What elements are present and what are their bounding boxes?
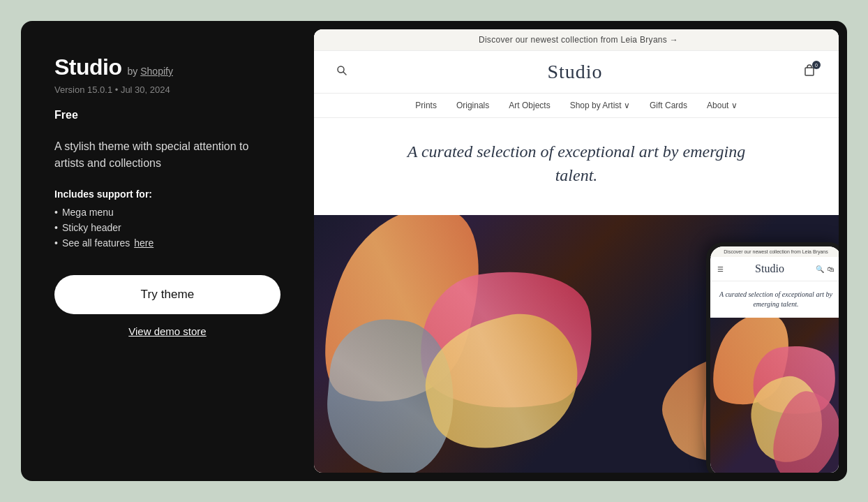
nav-item-about[interactable]: About ∨ bbox=[707, 101, 738, 110]
theme-description: A stylish theme with special attention t… bbox=[54, 138, 280, 172]
includes-support-label: Includes support for: bbox=[54, 189, 280, 200]
theme-title-row: Studio by Shopify bbox=[54, 54, 280, 80]
mobile-search-icon[interactable]: 🔍 bbox=[816, 265, 824, 273]
shopify-link[interactable]: Shopify bbox=[140, 66, 173, 77]
svg-line-1 bbox=[343, 72, 346, 75]
mobile-header-icons: 🔍 🛍 bbox=[816, 265, 835, 273]
try-theme-button[interactable]: Try theme bbox=[54, 275, 280, 314]
mobile-preview-inner: Discover our newest collection from Leia… bbox=[710, 246, 839, 473]
cart-icon[interactable]: 0 bbox=[802, 64, 816, 80]
nav-item-art-objects[interactable]: Art Objects bbox=[509, 101, 550, 110]
store-nav: Prints Originals Art Objects Shop by Art… bbox=[314, 94, 839, 118]
version-info: Version 15.0.1 • Jul 30, 2024 bbox=[54, 84, 280, 95]
price-tag: Free bbox=[54, 109, 280, 121]
preview-image-area: Discover our newest collection from Leia… bbox=[314, 215, 839, 473]
view-demo-store-button[interactable]: View demo store bbox=[54, 325, 280, 337]
feature-item-see-all: See all features here bbox=[54, 237, 280, 249]
svg-rect-2 bbox=[805, 68, 814, 75]
mobile-preview-image bbox=[710, 318, 839, 473]
mobile-hero-text: A curated selection of exceptional art b… bbox=[717, 290, 835, 309]
search-icon[interactable] bbox=[336, 65, 347, 79]
announcement-bar: Discover our newest collection from Leia… bbox=[314, 29, 839, 51]
nav-item-originals[interactable]: Originals bbox=[456, 101, 489, 110]
hero-section: A curated selection of exceptional art b… bbox=[314, 118, 839, 215]
mobile-hero-section: A curated selection of exceptional art b… bbox=[710, 281, 839, 318]
left-info-panel: Studio by Shopify Version 15.0.1 • Jul 3… bbox=[21, 21, 314, 481]
announcement-text: Discover our newest collection from Leia… bbox=[479, 35, 678, 45]
nav-item-gift-cards[interactable]: Gift Cards bbox=[650, 101, 687, 110]
by-shopify-label: by Shopify bbox=[128, 66, 173, 77]
store-header: Studio 0 bbox=[314, 51, 839, 94]
feature-item-mega-menu: Mega menu bbox=[54, 207, 280, 218]
nav-item-shop-by-artist[interactable]: Shop by Artist ∨ bbox=[570, 101, 630, 110]
feature-item-sticky-header: Sticky header bbox=[54, 222, 280, 233]
theme-preview-panel: Discover our newest collection from Leia… bbox=[314, 29, 839, 473]
main-window: Studio by Shopify Version 15.0.1 • Jul 3… bbox=[21, 21, 847, 481]
features-list: Mega menu Sticky header See all features… bbox=[54, 207, 280, 253]
mobile-announcement-bar: Discover our newest collection from Leia… bbox=[710, 246, 839, 257]
mobile-menu-icon[interactable]: ☰ bbox=[717, 265, 724, 273]
theme-name: Studio bbox=[54, 54, 122, 80]
mobile-preview: Discover our newest collection from Leia… bbox=[706, 242, 839, 473]
store-logo: Studio bbox=[547, 61, 602, 83]
mobile-header: ☰ Studio 🔍 🛍 bbox=[710, 257, 839, 281]
mobile-store-logo: Studio bbox=[755, 263, 784, 275]
cart-badge: 0 bbox=[812, 61, 821, 69]
here-link[interactable]: here bbox=[134, 237, 154, 249]
mobile-cart-icon[interactable]: 🛍 bbox=[828, 265, 835, 273]
hero-headline: A curated selection of exceptional art b… bbox=[395, 140, 758, 187]
nav-item-prints[interactable]: Prints bbox=[415, 101, 437, 110]
desktop-preview: Discover our newest collection from Leia… bbox=[314, 29, 839, 473]
